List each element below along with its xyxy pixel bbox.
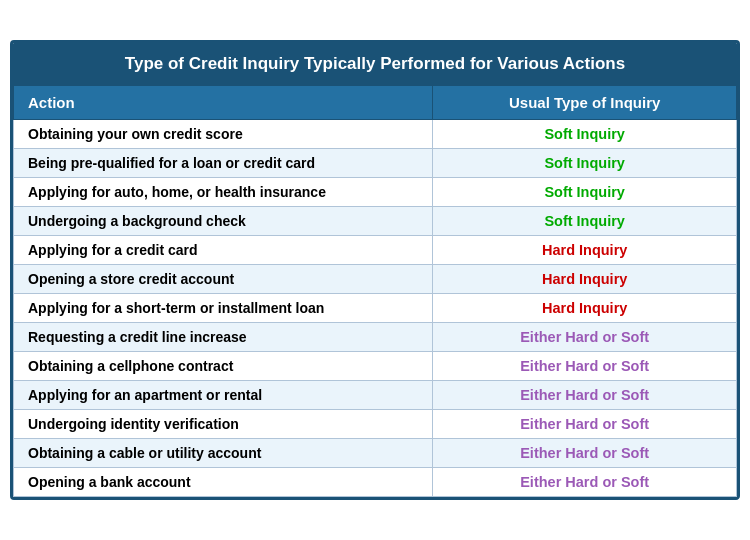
inquiry-type-cell: Either Hard or Soft bbox=[433, 323, 737, 352]
inquiry-type-cell: Either Hard or Soft bbox=[433, 410, 737, 439]
action-cell: Obtaining a cable or utility account bbox=[14, 439, 433, 468]
action-cell: Undergoing identity verification bbox=[14, 410, 433, 439]
table-row: Undergoing identity verificationEither H… bbox=[14, 410, 737, 439]
action-cell: Applying for auto, home, or health insur… bbox=[14, 178, 433, 207]
inquiry-table: Action Usual Type of Inquiry Obtaining y… bbox=[13, 85, 737, 497]
table-row: Opening a store credit accountHard Inqui… bbox=[14, 265, 737, 294]
table-row: Requesting a credit line increaseEither … bbox=[14, 323, 737, 352]
inquiry-type-cell: Either Hard or Soft bbox=[433, 352, 737, 381]
action-cell: Obtaining your own credit score bbox=[14, 120, 433, 149]
inquiry-type-cell: Either Hard or Soft bbox=[433, 439, 737, 468]
table-header-row: Action Usual Type of Inquiry bbox=[14, 86, 737, 120]
inquiry-type-cell: Either Hard or Soft bbox=[433, 381, 737, 410]
inquiry-type-cell: Soft Inquiry bbox=[433, 120, 737, 149]
inquiry-type-cell: Soft Inquiry bbox=[433, 149, 737, 178]
table-row: Obtaining a cable or utility accountEith… bbox=[14, 439, 737, 468]
inquiry-type-cell: Hard Inquiry bbox=[433, 236, 737, 265]
action-cell: Undergoing a background check bbox=[14, 207, 433, 236]
table-row: Applying for a short-term or installment… bbox=[14, 294, 737, 323]
table-row: Applying for auto, home, or health insur… bbox=[14, 178, 737, 207]
action-cell: Opening a store credit account bbox=[14, 265, 433, 294]
column-header-action: Action bbox=[14, 86, 433, 120]
inquiry-type-cell: Soft Inquiry bbox=[433, 178, 737, 207]
action-cell: Requesting a credit line increase bbox=[14, 323, 433, 352]
inquiry-type-cell: Either Hard or Soft bbox=[433, 468, 737, 497]
table-row: Applying for an apartment or rentalEithe… bbox=[14, 381, 737, 410]
action-cell: Obtaining a cellphone contract bbox=[14, 352, 433, 381]
inquiry-type-cell: Hard Inquiry bbox=[433, 294, 737, 323]
column-header-inquiry-type: Usual Type of Inquiry bbox=[433, 86, 737, 120]
table-row: Obtaining a cellphone contractEither Har… bbox=[14, 352, 737, 381]
table-title: Type of Credit Inquiry Typically Perform… bbox=[13, 43, 737, 85]
inquiry-type-cell: Soft Inquiry bbox=[433, 207, 737, 236]
action-cell: Applying for a short-term or installment… bbox=[14, 294, 433, 323]
table-row: Applying for a credit cardHard Inquiry bbox=[14, 236, 737, 265]
table-body: Obtaining your own credit scoreSoft Inqu… bbox=[14, 120, 737, 497]
action-cell: Opening a bank account bbox=[14, 468, 433, 497]
table-row: Undergoing a background checkSoft Inquir… bbox=[14, 207, 737, 236]
table-row: Opening a bank accountEither Hard or Sof… bbox=[14, 468, 737, 497]
action-cell: Applying for a credit card bbox=[14, 236, 433, 265]
main-table-container: Type of Credit Inquiry Typically Perform… bbox=[10, 40, 740, 500]
action-cell: Being pre-qualified for a loan or credit… bbox=[14, 149, 433, 178]
table-row: Obtaining your own credit scoreSoft Inqu… bbox=[14, 120, 737, 149]
action-cell: Applying for an apartment or rental bbox=[14, 381, 433, 410]
table-row: Being pre-qualified for a loan or credit… bbox=[14, 149, 737, 178]
inquiry-type-cell: Hard Inquiry bbox=[433, 265, 737, 294]
